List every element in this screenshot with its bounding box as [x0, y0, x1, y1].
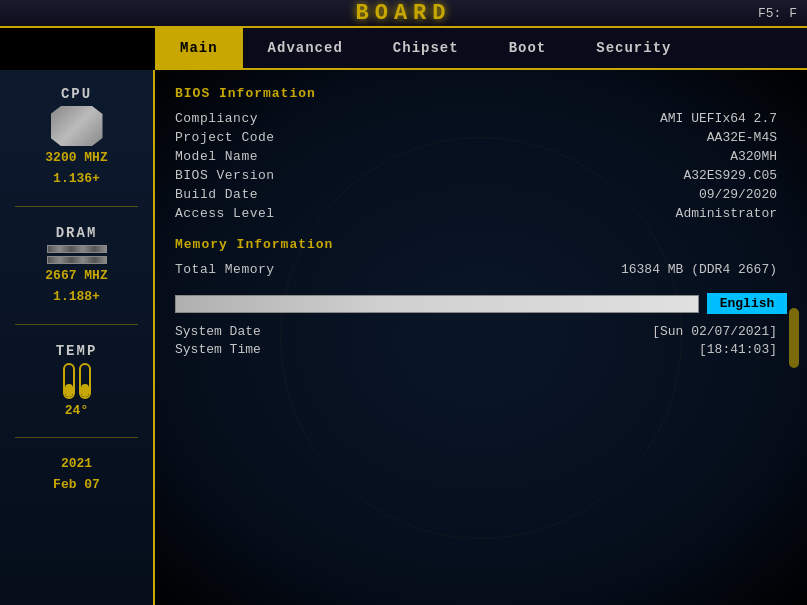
f5-hint: F5: F — [758, 6, 797, 21]
dram-bar-1 — [47, 245, 107, 253]
memory-value: 16384 MB (DDR4 2667) — [450, 260, 787, 279]
bios-info-row: Access Level Administrator — [175, 204, 787, 223]
bios-field-label: BIOS Version — [175, 166, 450, 185]
cpu-icon — [51, 106, 103, 146]
system-date-label: System Date — [175, 324, 261, 339]
bios-info-table: Compliancy AMI UEFIx64 2.7 Project Code … — [175, 109, 787, 223]
dram-label: DRAM — [56, 225, 98, 241]
bios-field-label: Model Name — [175, 147, 450, 166]
memory-table: Total Memory 16384 MB (DDR4 2667) — [175, 260, 787, 279]
temp-value: 24° — [65, 403, 88, 420]
bios-info-row: Model Name A320MH — [175, 147, 787, 166]
cpu-label: CPU — [61, 86, 92, 102]
bios-info-row: BIOS Version A32ES929.C05 — [175, 166, 787, 185]
sidebar: CPU 3200 MHZ 1.136+ DRAM 2667 MHZ 1.188+… — [0, 70, 155, 605]
memory-info-header: Memory Information — [175, 237, 787, 252]
system-time-label: System Time — [175, 342, 261, 357]
tab-chipset[interactable]: Chipset — [368, 28, 484, 68]
tab-boot[interactable]: Boot — [484, 28, 572, 68]
bios-field-label: Project Code — [175, 128, 450, 147]
dram-freq: 2667 MHZ — [45, 268, 107, 285]
memory-label: Total Memory — [175, 260, 450, 279]
sidebar-temp-section: TEMP 24° — [0, 337, 153, 426]
language-bar-container: English — [175, 293, 787, 314]
bios-info-row: Project Code AA32E-M4S — [175, 128, 787, 147]
bios-field-value: A320MH — [450, 147, 787, 166]
top-bar: BOARD F5: F — [0, 0, 807, 28]
dram-bar-2 — [47, 256, 107, 264]
tab-security[interactable]: Security — [571, 28, 696, 68]
bios-field-value: AA32E-M4S — [450, 128, 787, 147]
bios-field-value: A32ES929.C05 — [450, 166, 787, 185]
bios-field-label: Compliancy — [175, 109, 450, 128]
sidebar-divider-2 — [15, 324, 137, 325]
date-day: Feb 07 — [53, 477, 100, 494]
bios-field-label: Access Level — [175, 204, 450, 223]
system-time-value[interactable]: [18:41:03] — [699, 342, 787, 357]
main-layout: CPU 3200 MHZ 1.136+ DRAM 2667 MHZ 1.188+… — [0, 70, 807, 605]
bios-info-row: Build Date 09/29/2020 — [175, 185, 787, 204]
sidebar-cpu-section: CPU 3200 MHZ 1.136+ — [0, 80, 153, 194]
scroll-indicator — [789, 308, 799, 368]
tab-advanced[interactable]: Advanced — [243, 28, 368, 68]
dram-icon — [47, 245, 107, 264]
memory-row: Total Memory 16384 MB (DDR4 2667) — [175, 260, 787, 279]
sidebar-date-section: 2021 Feb 07 — [0, 450, 153, 500]
sidebar-divider-1 — [15, 206, 137, 207]
bios-field-value: AMI UEFIx64 2.7 — [450, 109, 787, 128]
sidebar-divider-3 — [15, 437, 137, 438]
system-date-value[interactable]: [Sun 02/07/2021] — [652, 324, 787, 339]
system-time-row: System Time [18:41:03] — [175, 342, 787, 357]
datetime-section: System Date [Sun 02/07/2021] System Time… — [175, 324, 787, 357]
bios-field-label: Build Date — [175, 185, 450, 204]
language-progress-bar — [175, 295, 699, 313]
cpu-freq: 3200 MHZ — [45, 150, 107, 167]
board-title: BOARD — [355, 1, 451, 26]
bios-field-value: 09/29/2020 — [450, 185, 787, 204]
bios-info-row: Compliancy AMI UEFIx64 2.7 — [175, 109, 787, 128]
dram-volt: 1.188+ — [53, 289, 100, 306]
temp-label: TEMP — [56, 343, 98, 359]
temp-icon — [63, 363, 91, 399]
cpu-volt: 1.136+ — [53, 171, 100, 188]
bios-info-header: BIOS Information — [175, 86, 787, 101]
tab-main[interactable]: Main — [155, 28, 243, 68]
content-area: BIOS Information Compliancy AMI UEFIx64 … — [155, 70, 807, 605]
bios-field-value: Administrator — [450, 204, 787, 223]
system-date-row: System Date [Sun 02/07/2021] — [175, 324, 787, 339]
thermometer-1 — [63, 363, 75, 399]
language-selected[interactable]: English — [707, 293, 787, 314]
thermometer-2 — [79, 363, 91, 399]
date-year: 2021 — [61, 456, 92, 473]
nav-tabs-bar: Main Advanced Chipset Boot Security — [155, 28, 807, 70]
sidebar-dram-section: DRAM 2667 MHZ 1.188+ — [0, 219, 153, 312]
